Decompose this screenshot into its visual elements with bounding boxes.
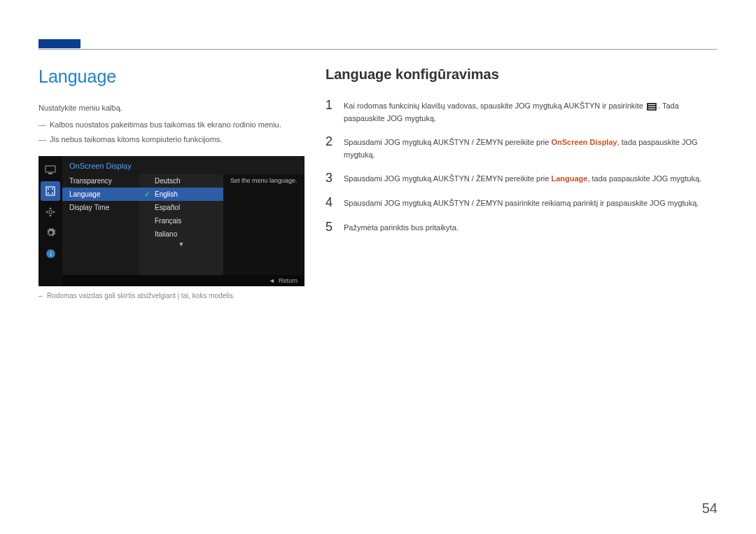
header-rule xyxy=(38,49,718,50)
osd-body: OnScreen Display Transparency Language D… xyxy=(62,156,304,286)
intro-text: Nustatykite meniu kalbą. xyxy=(38,102,304,115)
step-number: 1 xyxy=(326,98,335,113)
return-arrow-icon: ◄ xyxy=(269,277,275,284)
osd-language-list: Deutsch English Español Français Italian… xyxy=(139,174,223,275)
osd-menu-list: Transparency Language Display Time xyxy=(62,174,139,275)
osd-lang-italiano: Italiano xyxy=(139,227,223,241)
note-line-1: Kalbos nuostatos pakeitimas bus taikomas… xyxy=(38,119,304,132)
svg-point-3 xyxy=(48,188,49,190)
info-icon: i xyxy=(41,244,60,264)
step-text: Spausdami JOG mygtuką AUKŠTYN / ŽEMYN pe… xyxy=(344,134,718,161)
svg-rect-7 xyxy=(49,211,52,213)
osd-title: OnScreen Display xyxy=(62,156,304,174)
right-column: Language konfigūravimas 1 Kai rodomas fu… xyxy=(326,66,718,300)
step-text: Spausdami JOG mygtuką AUKŠTYN / ŽEMYN pa… xyxy=(344,195,699,210)
osd-icon-sidebar: i xyxy=(38,156,62,286)
step-3: 3 Spausdami JOG mygtuką AUKŠTYN / ŽEMYN … xyxy=(326,171,718,185)
osd-item-language: Language xyxy=(62,188,139,201)
svg-point-4 xyxy=(52,188,53,190)
svg-rect-2 xyxy=(46,187,55,195)
osd-caption: Rodomas vaizdas gali skirtis atsižvelgia… xyxy=(38,292,304,300)
section-heading: Language xyxy=(38,66,304,87)
osd-footer: ◄ Return xyxy=(62,275,304,286)
step-number: 5 xyxy=(326,220,335,234)
step-number: 2 xyxy=(326,134,335,149)
note-line-2: Jis nebus taikomas kitoms kompiuterio fu… xyxy=(38,134,304,146)
step-text: Kai rodomas funkcinių klavišų vadovas, s… xyxy=(344,98,718,125)
osd-icon xyxy=(41,181,60,201)
osd-item-displaytime: Display Time xyxy=(62,201,139,214)
config-heading: Language konfigūravimas xyxy=(326,66,718,83)
step-1: 1 Kai rodomas funkcinių klavišų vadovas,… xyxy=(326,98,718,125)
step-4: 4 Spausdami JOG mygtuką AUKŠTYN / ŽEMYN … xyxy=(326,195,718,210)
step-2: 2 Spausdami JOG mygtuką AUKŠTYN / ŽEMYN … xyxy=(326,134,718,161)
gear-icon xyxy=(41,223,60,243)
header-accent-bar xyxy=(38,39,80,48)
return-label: Return xyxy=(279,277,298,284)
osd-description: Set the menu language. xyxy=(223,174,304,275)
step-text: Pažymėta parinktis bus pritaikyta. xyxy=(344,220,458,234)
page-content: Language Nustatykite meniu kalbą. Kalbos… xyxy=(38,66,718,300)
step-number: 4 xyxy=(326,195,335,210)
monitor-icon xyxy=(41,160,60,180)
svg-rect-0 xyxy=(46,166,55,172)
left-column: Language Nustatykite meniu kalbą. Kalbos… xyxy=(38,66,304,300)
osd-main: Transparency Language Display Time Deuts… xyxy=(62,174,304,275)
osd-lang-deutsch: Deutsch xyxy=(139,174,223,188)
osd-lang-english: English xyxy=(139,188,223,201)
svg-rect-1 xyxy=(48,173,52,174)
menu-icon xyxy=(647,103,657,111)
osd-item-transparency: Transparency xyxy=(62,174,139,188)
osd-lang-espanol: Español xyxy=(139,201,223,214)
page-number: 54 xyxy=(702,500,718,517)
step-number: 3 xyxy=(326,171,335,185)
move-icon xyxy=(41,202,60,222)
step-5: 5 Pažymėta parinktis bus pritaikyta. xyxy=(326,220,718,234)
chevron-down-icon: ▼ xyxy=(139,241,223,248)
osd-mockup: i OnScreen Display Transparency Language… xyxy=(38,156,304,286)
svg-point-5 xyxy=(48,192,49,194)
step-text: Spausdami JOG mygtuką AUKŠTYN / ŽEMYN pe… xyxy=(344,171,701,185)
osd-lang-francais: Français xyxy=(139,214,223,227)
svg-point-6 xyxy=(52,192,53,194)
